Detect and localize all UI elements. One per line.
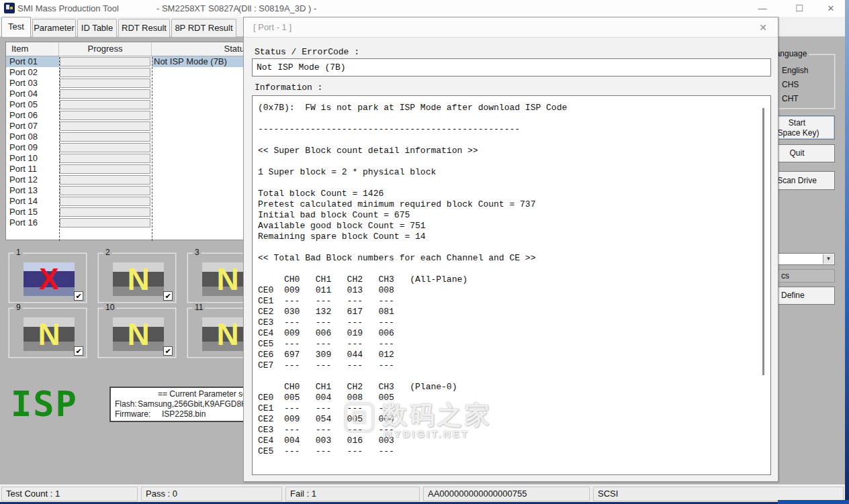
tab-parameter[interactable]: Parameter xyxy=(32,19,76,37)
tab-8p-rdt-result[interactable]: 8P RDT Result xyxy=(171,19,236,37)
port-label: Port 13 xyxy=(6,185,59,196)
close-button[interactable]: ✕ xyxy=(821,1,841,15)
column-divider xyxy=(152,57,152,241)
column-header-progress[interactable]: Progress xyxy=(59,42,152,56)
port-indicator-number: 11 xyxy=(193,303,205,312)
status-fail: Fail : 1 xyxy=(285,487,420,501)
minimize-button[interactable]: — xyxy=(752,1,772,15)
chevron-down-icon[interactable]: ▼ xyxy=(823,254,834,264)
progress-cell xyxy=(59,56,152,67)
port-indicator-group: 1 X ✔ xyxy=(8,252,87,303)
port-enable-checkbox[interactable]: ✔ xyxy=(163,346,173,356)
status-serial: AA000000000000000755 xyxy=(423,487,590,501)
tab-test[interactable]: Test xyxy=(1,17,31,37)
progress-cell xyxy=(59,174,152,185)
information-text: (0x7B): FW is not park at ISP Mode after… xyxy=(253,96,770,464)
progress-bar xyxy=(60,218,150,228)
progress-cell xyxy=(59,164,152,174)
port-status-image: N xyxy=(24,317,75,351)
port-indicator-group: 10 N ✔ xyxy=(97,307,177,358)
port-label: Port 10 xyxy=(6,153,59,164)
desktop-edge xyxy=(778,500,849,504)
port-indicator-group: 9 N ✔ xyxy=(8,307,87,358)
radio-label: CHS xyxy=(782,80,799,89)
port-label: Port 07 xyxy=(6,121,59,132)
port-label: Port 14 xyxy=(6,196,59,207)
port-label: Port 03 xyxy=(6,78,59,89)
progress-cell xyxy=(59,78,152,89)
progress-bar xyxy=(60,57,150,66)
port-indicator-group: 2 N ✔ xyxy=(97,252,177,303)
window-title-dll: (Dll : S0819A_3D ) - xyxy=(238,3,316,13)
status-test-count: Test Count : 1 xyxy=(1,487,138,501)
tab-id-table[interactable]: ID Table xyxy=(77,19,117,37)
port-label: Port 02 xyxy=(6,67,59,78)
app-icon xyxy=(4,3,15,13)
port-label: Port 01 xyxy=(6,56,59,67)
tab-rdt-result[interactable]: RDT Result xyxy=(118,19,170,37)
firmware-value: ISP2258.bin xyxy=(162,409,206,419)
status-pass: Pass : 0 xyxy=(141,487,282,501)
port-label: Port 15 xyxy=(6,207,59,217)
column-header-item[interactable]: Item xyxy=(6,42,59,56)
port-indicator-number: 2 xyxy=(103,248,112,257)
progress-cell xyxy=(59,185,152,196)
progress-cell xyxy=(59,196,152,207)
progress-cell xyxy=(59,153,152,164)
flash-label: Flash: xyxy=(111,399,138,409)
port-indicator-number: 10 xyxy=(103,303,116,312)
status-bar: Test Count : 1 Pass : 0 Fail : 1 AA00000… xyxy=(0,485,845,502)
progress-cell xyxy=(59,89,152,99)
radio-label: CHT xyxy=(782,94,799,103)
port-enable-checkbox[interactable]: ✔ xyxy=(74,346,83,356)
progress-cell xyxy=(59,217,152,228)
progress-cell xyxy=(59,99,152,110)
port-result-letter: N xyxy=(216,264,238,295)
port-enable-checkbox[interactable]: ✔ xyxy=(163,291,173,301)
progress-bar xyxy=(60,89,150,99)
progress-cell xyxy=(59,67,152,78)
port-label: Port 06 xyxy=(6,110,59,121)
port-enable-checkbox[interactable]: ✔ xyxy=(74,291,83,301)
desktop-edge xyxy=(845,0,849,504)
port-status-image: N xyxy=(113,262,164,296)
port-label: Port 05 xyxy=(6,99,59,110)
port-label: Port 08 xyxy=(6,132,59,142)
dialog-close-icon[interactable]: ✕ xyxy=(756,21,770,34)
progress-bar xyxy=(60,143,150,152)
progress-cell xyxy=(59,121,152,132)
dialog-title: [ Port - 1 ] xyxy=(253,22,292,32)
progress-cell xyxy=(59,207,152,217)
progress-bar xyxy=(60,111,150,120)
progress-bar xyxy=(60,186,150,195)
progress-bar xyxy=(60,79,150,88)
port-detail-dialog: [ Port - 1 ] ✕ Status / ErrorCode : Not … xyxy=(243,17,778,482)
port-indicator-number: 3 xyxy=(193,248,202,257)
port-result-letter: X xyxy=(39,264,58,295)
status-errorcode-field[interactable]: Not ISP Mode (7B) xyxy=(252,58,771,77)
port-label: Port 16 xyxy=(6,217,59,228)
progress-cell xyxy=(59,110,152,121)
window-title-model: - SM2258XT xyxy=(157,3,206,13)
firmware-label: Firmware: xyxy=(111,409,162,419)
status-errorcode-label: Status / ErrorCode : xyxy=(255,47,359,57)
progress-bar xyxy=(60,68,150,77)
information-textarea[interactable]: (0x7B): FW is not park at ISP Mode after… xyxy=(252,95,771,475)
port-result-letter: N xyxy=(38,319,60,350)
maximize-button[interactable]: ☐ xyxy=(789,1,809,15)
port-label: Port 04 xyxy=(6,89,59,99)
column-divider xyxy=(59,57,60,241)
scrollbar-thumb[interactable] xyxy=(762,108,764,375)
port-status-image: X xyxy=(24,262,75,296)
port-label: Port 09 xyxy=(6,142,59,153)
progress-cell xyxy=(59,132,152,142)
progress-bar xyxy=(60,175,150,185)
flash-value: Samsung,256Gbit,K9AFGD8HX xyxy=(138,399,253,409)
desktop: SMI Mass Production Tool - SM2258XT S082… xyxy=(0,0,849,504)
information-label: Information : xyxy=(255,83,322,93)
port-result-letter: N xyxy=(127,264,149,295)
status-interface: SCSI xyxy=(593,487,844,501)
progress-bar xyxy=(60,207,150,217)
progress-bar xyxy=(60,121,150,131)
port-indicator-number: 1 xyxy=(14,248,23,257)
